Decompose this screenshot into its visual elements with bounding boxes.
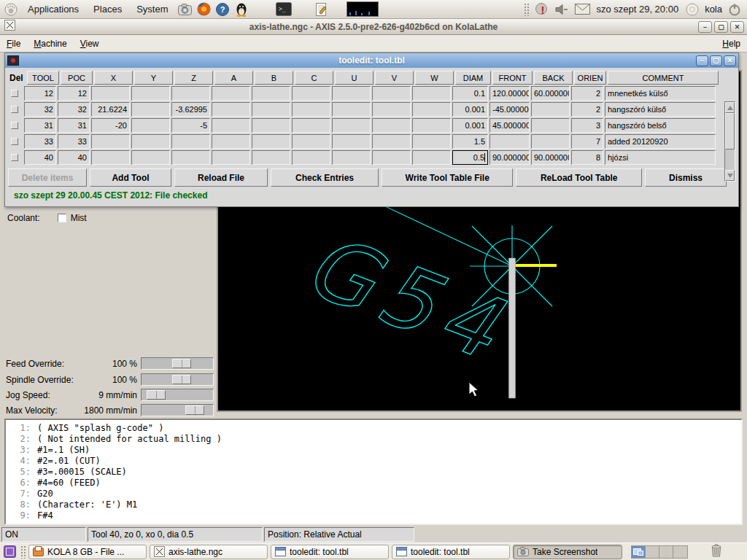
comment-cell[interactable]: hjózsi	[605, 150, 716, 165]
front-cell[interactable]: 120.000000	[489, 86, 530, 101]
orien-cell[interactable]: 7	[571, 134, 603, 149]
view-menu[interactable]: View	[74, 36, 106, 52]
diam-cell[interactable]: 0.001	[452, 102, 488, 117]
maximize-button[interactable]: ▢	[710, 55, 722, 66]
close-button[interactable]: ✕	[730, 21, 744, 33]
c-cell[interactable]	[292, 102, 330, 117]
workspace-1[interactable]	[632, 546, 646, 558]
column-header-poc[interactable]: POC	[61, 71, 93, 85]
poc-cell[interactable]: 31	[58, 118, 90, 133]
row-delete-checkbox[interactable]	[11, 138, 18, 145]
dismiss-button[interactable]: Dismiss	[645, 168, 727, 187]
tooledit-titlebar[interactable]: tooledit: tool.tbl – ▢ ✕	[5, 53, 738, 68]
front-cell[interactable]: 90.000000	[489, 150, 530, 165]
a-cell[interactable]	[212, 134, 250, 149]
a-cell[interactable]	[212, 86, 250, 101]
add-tool-button[interactable]: Add Tool	[90, 168, 171, 187]
help-launcher-icon[interactable]: ?	[214, 1, 231, 18]
task-file-manager[interactable]: KOLA 8 GB - File ...	[28, 545, 147, 559]
v-cell[interactable]	[372, 134, 411, 149]
column-header-front[interactable]: FRONT	[492, 71, 533, 85]
column-header-z[interactable]: Z	[174, 71, 213, 85]
column-header-b[interactable]: B	[255, 71, 293, 85]
x-cell[interactable]	[91, 134, 130, 149]
write-tool-table-button[interactable]: Write Tool Table File	[382, 168, 513, 187]
panel-drag-handle[interactable]	[20, 545, 26, 559]
workspace-4[interactable]	[673, 546, 687, 558]
reload-file-button[interactable]: Reload File	[174, 168, 268, 187]
x-cell[interactable]: -20	[91, 118, 130, 133]
column-header-diam[interactable]: DIAM	[455, 71, 491, 85]
z-cell[interactable]: -5	[171, 118, 210, 133]
c-cell[interactable]	[292, 86, 330, 101]
screenshot-launcher-icon[interactable]	[177, 1, 193, 18]
file-menu[interactable]: File	[0, 36, 27, 52]
u-cell[interactable]	[332, 102, 371, 117]
spindle-override-slider[interactable]	[141, 373, 214, 386]
b-cell[interactable]	[252, 118, 290, 133]
delete-items-button[interactable]: Delete items	[8, 168, 87, 187]
w-cell[interactable]	[412, 150, 451, 165]
v-cell[interactable]	[372, 86, 411, 101]
v-cell[interactable]	[372, 118, 411, 133]
front-cell[interactable]: -45.000000	[489, 102, 530, 117]
minimize-button[interactable]: –	[696, 55, 708, 66]
task-tooledit-2[interactable]: tooledit: tool.tbl	[392, 545, 510, 559]
clock-applet[interactable]: szo szept 29, 20:00	[595, 4, 680, 15]
comment-cell[interactable]: hangszóró külső	[605, 102, 716, 117]
workspace-3[interactable]	[659, 546, 673, 558]
jog-speed-slider[interactable]	[141, 389, 214, 401]
row-delete-checkbox[interactable]	[11, 90, 18, 97]
tool-cell[interactable]: 12	[24, 86, 56, 101]
c-cell[interactable]	[292, 118, 330, 133]
b-cell[interactable]	[252, 134, 290, 149]
c-cell[interactable]	[292, 134, 330, 149]
table-scrollbar[interactable]	[724, 101, 735, 182]
maximize-button[interactable]: ▢	[714, 21, 728, 33]
user-avatar-icon[interactable]	[684, 1, 700, 18]
diam-cell[interactable]: 1.5	[452, 134, 488, 149]
applications-menu[interactable]: Applications	[22, 1, 85, 17]
applet-drag-handle[interactable]	[524, 3, 529, 16]
check-entries-button[interactable]: Check Entries	[271, 168, 379, 187]
trash-applet[interactable]	[711, 543, 722, 560]
scroll-down-icon[interactable]	[725, 170, 735, 181]
max-velocity-slider[interactable]	[141, 404, 214, 416]
u-cell[interactable]	[332, 118, 371, 133]
column-header-y[interactable]: Y	[134, 71, 173, 85]
column-header-c[interactable]: C	[295, 71, 333, 85]
mist-checkbox[interactable]	[58, 214, 66, 222]
tool-cell[interactable]: 40	[24, 150, 56, 165]
y-cell[interactable]	[131, 86, 170, 101]
workspace-2[interactable]	[646, 546, 659, 558]
scrollbar-thumb[interactable]	[725, 113, 735, 149]
gcode-listing[interactable]: 1:( AXIS "splash g-code" )2:( Not intend…	[4, 419, 743, 525]
y-cell[interactable]	[131, 134, 170, 149]
reload-tool-table-button[interactable]: ReLoad Tool Table	[516, 168, 642, 187]
w-cell[interactable]	[412, 134, 451, 149]
orien-cell[interactable]: 2	[571, 86, 603, 101]
slider-handle[interactable]	[147, 390, 166, 400]
comment-cell[interactable]: hangszóró belső	[605, 118, 716, 133]
z-cell[interactable]: -3.62995	[171, 102, 210, 117]
back-cell[interactable]: 60.000000	[531, 86, 570, 101]
task-axis-window[interactable]: axis-lathe.ngc	[150, 545, 268, 559]
tool-cell[interactable]: 32	[24, 102, 56, 117]
w-cell[interactable]	[412, 102, 451, 117]
help-menu[interactable]: Help	[716, 36, 747, 52]
z-cell[interactable]	[171, 134, 210, 149]
tux-launcher-icon[interactable]	[233, 1, 249, 18]
system-menu[interactable]: System	[131, 1, 174, 17]
diam-cell[interactable]: 0.1	[452, 86, 488, 101]
z-cell[interactable]	[171, 150, 210, 165]
front-cell[interactable]	[489, 134, 530, 149]
gnome-logo-icon[interactable]	[3, 1, 19, 18]
column-header-a[interactable]: A	[214, 71, 253, 85]
y-cell[interactable]	[131, 102, 170, 117]
slider-handle[interactable]	[172, 359, 191, 368]
system-monitor-applet[interactable]	[346, 1, 379, 18]
x-cell[interactable]	[91, 86, 130, 101]
power-button-icon[interactable]	[727, 1, 743, 18]
user-menu[interactable]: kola	[705, 4, 722, 15]
column-header-orien[interactable]: ORIEN	[574, 71, 606, 85]
